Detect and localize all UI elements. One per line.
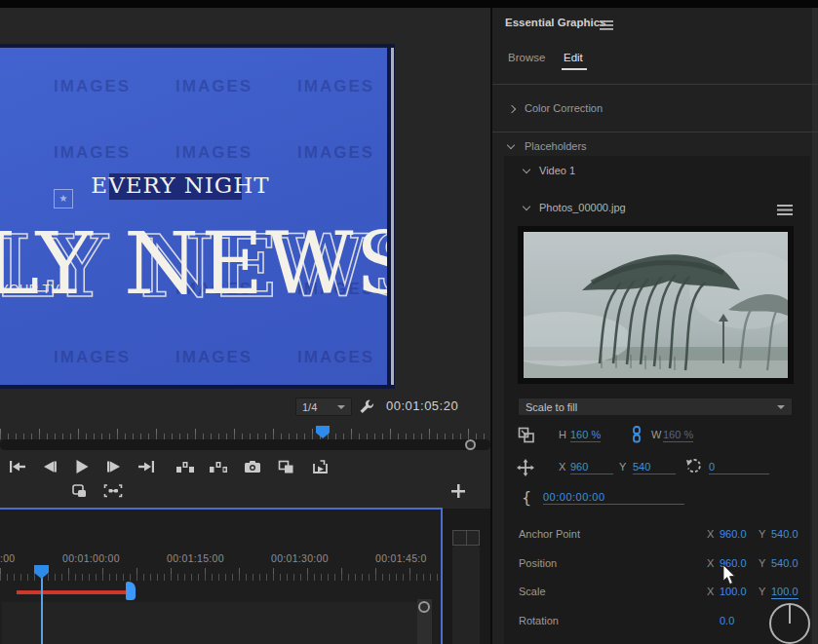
timeline-panel[interactable]: :00 00:01:00:00 00:01:15:00 00:01:30:00 …	[0, 508, 443, 644]
y-prefix: Y	[759, 586, 765, 597]
panel-title: Essential Graphics	[505, 17, 606, 28]
percent-sign: %	[683, 429, 693, 440]
fit-mode-select[interactable]: Scale to fill	[518, 398, 793, 416]
watermark-text: IMAGES	[54, 348, 131, 367]
scale-h-value[interactable]: 160 %	[570, 429, 601, 442]
tab-browse[interactable]: Browse	[508, 52, 545, 63]
export-frame-button[interactable]	[241, 457, 264, 476]
fit-mode-value: Scale to fill	[526, 401, 777, 413]
ruler-label: 00:01:15:00	[167, 552, 224, 564]
watermark-text: IMAGES	[297, 348, 374, 367]
goto-out-button[interactable]	[135, 457, 158, 476]
export-button[interactable]	[308, 457, 331, 476]
lift-button[interactable]	[174, 457, 197, 476]
panel-menu-icon[interactable]	[600, 18, 613, 29]
extract-button[interactable]	[207, 457, 230, 476]
rotation-value[interactable]: 0.0	[720, 615, 734, 626]
h-label: H	[559, 429, 566, 440]
top-black-bar	[0, 0, 818, 8]
watermark-text: IMAGES	[175, 77, 253, 96]
program-monitor-video[interactable]: IMAGES IMAGES IMAGES IMAGES IMAGES IMAGE…	[0, 44, 395, 389]
timeline-ruler[interactable]	[0, 565, 441, 581]
drag-audio-button[interactable]	[101, 481, 125, 501]
clip-row-photos[interactable]: Photos_00000.jpg	[504, 199, 810, 220]
placeholders-content: Video 1 Photos_00000.jpg	[504, 156, 810, 644]
rotation-quick-value[interactable]: 0	[709, 461, 769, 474]
monitor-scrollbar[interactable]	[0, 439, 490, 450]
clip-timecode-value[interactable]: 00:00:00:00	[543, 491, 684, 505]
prop-anchor-point: Anchor Point X 960.0 Y 540.0	[504, 526, 810, 544]
ruler-label: 00:01:00:00	[62, 552, 120, 564]
step-back-button[interactable]	[38, 457, 61, 476]
prop-rotation: Rotation 0.0	[504, 613, 810, 630]
position-y-value[interactable]: 540.0	[771, 557, 799, 569]
step-forward-button[interactable]	[102, 457, 126, 476]
anchor-y-value[interactable]: 540.0	[771, 528, 799, 540]
keyframe-brace-icon: {	[522, 488, 531, 507]
anchor-x-value[interactable]: 960.0	[720, 528, 747, 540]
divider	[492, 84, 818, 85]
y-label: Y	[619, 461, 626, 473]
chevron-down-icon	[337, 405, 345, 409]
monitor-scrollbar-handle[interactable]	[465, 439, 476, 450]
pos-x-value[interactable]: 960	[570, 461, 613, 474]
ruler-label: 00:01:30:00	[271, 552, 329, 564]
prop-label: Position	[519, 557, 557, 569]
pos-y-value[interactable]: 540	[633, 461, 676, 474]
prop-scale: Scale X 100.0 Y 100.0	[504, 584, 810, 601]
comparison-view-button[interactable]	[274, 457, 297, 476]
zoom-level-value: 1/4	[302, 401, 337, 413]
timeline-track-area[interactable]	[2, 602, 427, 644]
active-tab-underline	[562, 68, 587, 70]
watermark-text: IMAGES	[175, 348, 253, 367]
timeline-clip-marker[interactable]	[126, 582, 136, 600]
y-prefix: Y	[759, 528, 765, 540]
scale-w-number: 160	[663, 429, 681, 440]
scale-w-value[interactable]: 160 %	[663, 429, 693, 442]
essential-graphics-panel: Essential Graphics Browse Edit Color Cor…	[490, 8, 818, 644]
clip-thumbnail[interactable]	[518, 226, 794, 384]
scale-hw-row: H 160 % W 160 %	[504, 427, 810, 446]
headline-text: LY NEWS	[0, 219, 387, 309]
vertical-scrollbar[interactable]	[452, 546, 480, 644]
scale-h-number: 160	[570, 429, 588, 440]
headline: LY NEWS LY NEWS	[0, 219, 387, 326]
watermark-text: IMAGES	[54, 143, 131, 163]
clip-menu-icon[interactable]	[777, 203, 793, 215]
watermark-text: IMAGES	[297, 77, 374, 96]
link-icon[interactable]	[632, 426, 642, 447]
clip-label: Photos_00000.jpg	[539, 202, 626, 213]
chevron-down-icon	[523, 166, 530, 173]
chevron-down-icon	[507, 141, 515, 149]
rotate-reset-icon[interactable]	[685, 459, 702, 478]
prop-label: Anchor Point	[519, 528, 580, 540]
section-color-correction[interactable]: Color Correction	[492, 99, 818, 121]
track-header-box[interactable]	[452, 530, 480, 546]
kicker-text: EVERY NIGHT	[68, 172, 292, 198]
watermark-text: IMAGES	[54, 77, 131, 96]
rotation-dial[interactable]	[769, 603, 810, 644]
x-prefix: X	[707, 586, 714, 597]
monitor-settings-button[interactable]	[357, 398, 376, 416]
play-button[interactable]	[70, 457, 94, 476]
scale-y-value[interactable]: 100.0	[771, 586, 799, 599]
prop-label: Rotation	[519, 615, 559, 626]
x-prefix: X	[707, 528, 714, 540]
w-label: W	[651, 429, 661, 440]
video-canvas: IMAGES IMAGES IMAGES IMAGES IMAGES IMAGE…	[0, 48, 387, 385]
drag-video-button[interactable]	[68, 481, 92, 501]
timeline-scrollbar-handle[interactable]	[418, 601, 430, 613]
divider	[492, 132, 818, 133]
section-label: Placeholders	[525, 140, 587, 152]
goto-in-button[interactable]	[6, 457, 29, 476]
prop-label: Scale	[519, 586, 546, 597]
watermark-text: IMAGES	[175, 143, 253, 163]
ruler-label: :00	[0, 552, 16, 564]
x-prefix: X	[707, 557, 714, 569]
monitor-zoom-select[interactable]: 1/4	[295, 398, 352, 416]
button-editor-plus-button[interactable]	[449, 482, 467, 500]
track-row-video1[interactable]: Video 1	[504, 162, 810, 183]
tab-edit[interactable]: Edit	[564, 52, 583, 63]
monitor-mini-ruler[interactable]	[0, 425, 490, 439]
program-timecode[interactable]: 00:01:05:20	[386, 398, 474, 413]
